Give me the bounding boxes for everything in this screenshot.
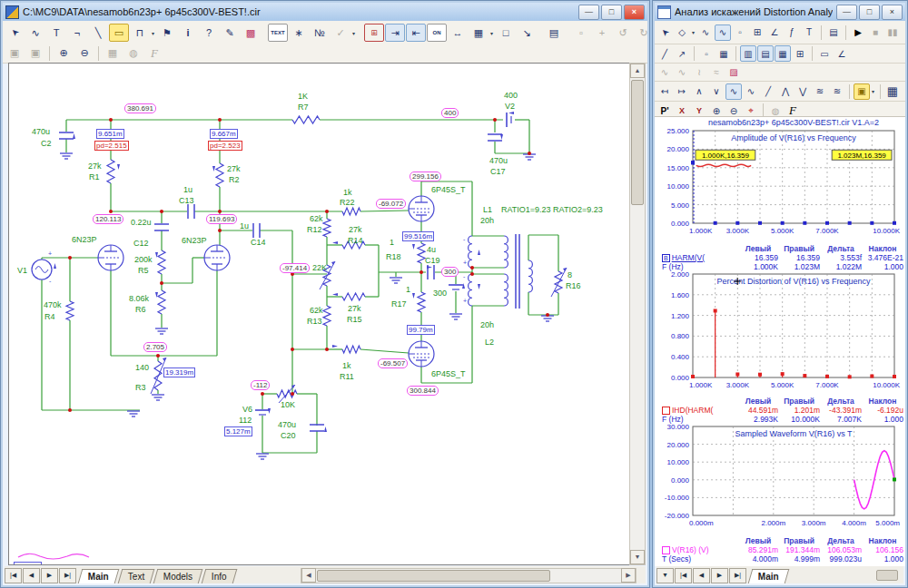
power-display-toggle-icon[interactable]: ⇤	[406, 24, 426, 42]
dropdown-arrow-icon[interactable]: ▾	[692, 29, 695, 35]
zoom-in-button-icon[interactable]: ⊕	[54, 44, 74, 63]
copy-back-button-icon[interactable]: ▣	[25, 44, 45, 63]
check-dropdown-icon[interactable]: ✓▾	[331, 24, 350, 42]
stop-button-icon[interactable]: ■	[867, 24, 883, 41]
smooth-tool-icon[interactable]: ≈	[708, 64, 725, 81]
wave-cursor-button-icon[interactable]: ∿	[725, 83, 742, 100]
graphics-dropdown-icon[interactable]: ◇▾	[674, 24, 690, 41]
help-mode-tool-icon[interactable]: ?	[199, 24, 219, 42]
zoom-out-button-icon[interactable]: ⊖	[74, 44, 94, 63]
tab-scroll-last-icon[interactable]: ▶|	[729, 568, 746, 583]
data-edit-tool-icon[interactable]: ▨	[725, 64, 742, 81]
valley-cursor-button-icon[interactable]: ∨	[708, 83, 725, 100]
valley-label-tool-icon[interactable]: ∿	[674, 64, 690, 81]
schematic-titlebar[interactable]: C:\MC9\DATA\nesamob6n23p+ 6p45c300V-BEST…	[3, 3, 647, 22]
cursor-right-button-icon[interactable]: ↦	[674, 83, 690, 100]
wave-source-tool-icon[interactable]: ∿	[25, 24, 45, 42]
current-display-toggle-icon[interactable]: ⊞	[364, 24, 384, 42]
slope-cursor-button-icon[interactable]: ╱	[760, 83, 776, 100]
numeric-output-button-icon[interactable]: ▦	[884, 83, 901, 100]
color-tool-icon[interactable]: ▩	[241, 24, 261, 42]
schematic-tab-models[interactable]: Models	[153, 569, 203, 583]
tab-scroll-prev-icon[interactable]: ◀	[23, 568, 40, 583]
rotate-ccw-button-icon[interactable]: ↺	[613, 24, 633, 42]
peak-label-tool-icon[interactable]: ∿	[656, 64, 673, 81]
schematic-hscrollbar[interactable]: ◀ ▶	[301, 568, 637, 583]
font-button-icon[interactable]: F	[144, 44, 164, 63]
line-tool-icon[interactable]: ╱	[656, 45, 673, 62]
slope-tool-icon[interactable]: ∠	[766, 24, 783, 41]
scroll-up-icon[interactable]: ▲	[630, 64, 645, 78]
info-tool-icon[interactable]: i	[178, 24, 198, 42]
select-tool-icon[interactable]: ➤	[1, 19, 28, 46]
close-button[interactable]: ×	[882, 5, 903, 20]
cursor-left-button-icon[interactable]: ↤	[656, 83, 673, 100]
hscroll-thumb[interactable]	[317, 570, 550, 582]
pause-button-icon[interactable]: ▮▮	[884, 24, 901, 41]
tab-scroll-prev-icon[interactable]: ◀	[693, 568, 710, 583]
rotate-cw-button-icon[interactable]: ↻	[634, 24, 654, 42]
tab-scroll-first-icon[interactable]: |◀	[5, 568, 22, 583]
restore-button[interactable]: □	[859, 5, 880, 20]
plot-2[interactable]: 0.0000.4000.8001.2001.6002.0001.000K3.00…	[655, 271, 905, 393]
schematic-tab-info[interactable]: Info	[202, 569, 237, 583]
minimize-button[interactable]: —	[578, 5, 599, 20]
grid-dropdown-icon[interactable]: ▦▾	[469, 24, 489, 42]
panel-horizontal-toggle-icon[interactable]: ▤	[757, 45, 774, 62]
pin-connect-toggle-icon[interactable]: ↔	[448, 24, 468, 42]
scroll-down-icon[interactable]: ▼	[630, 550, 645, 564]
go-to-performance-dropdown-icon[interactable]: ▣▾	[854, 83, 870, 100]
zoom-select-tool-icon[interactable]: ▫	[732, 24, 748, 41]
plot-group-1[interactable]: nesamob6n23p+ 6p45c300V-BEST!.cir V1.A=2…	[655, 117, 905, 271]
model-editor-tool-icon[interactable]: ✎	[220, 24, 240, 42]
vscroll-thumb[interactable]	[631, 80, 644, 205]
tab-scroll-next-icon[interactable]: ▶	[41, 568, 58, 583]
scroll-left-icon[interactable]: ◀	[301, 568, 316, 583]
condition-display-toggle-icon[interactable]: ON	[427, 24, 447, 42]
dropdown-arrow-icon[interactable]: ▾	[152, 30, 154, 36]
axes-tool-icon[interactable]: ⊞	[749, 24, 765, 41]
digital-part-dropdown-icon[interactable]: ⊓▾	[130, 24, 150, 42]
plot-1[interactable]: 0.0005.00010.00015.00020.00025.0001.000K…	[655, 128, 905, 240]
region-select-tool-icon[interactable]: ▫	[571, 24, 591, 42]
trough-cursor-button-icon[interactable]: ∿	[743, 83, 759, 100]
close-button[interactable]: ×	[624, 5, 645, 20]
data-grid-toggle-icon[interactable]: ▦	[716, 45, 732, 62]
browser-button-icon[interactable]: ◍	[123, 44, 143, 63]
panel-vertical-toggle-icon[interactable]: ▥	[740, 45, 756, 62]
plot-group-3[interactable]: -20.000-10.0000.00010.00020.00030.0000.0…	[655, 424, 905, 564]
tab-scroll-last-icon[interactable]: ▶|	[59, 568, 76, 583]
dropdown-arrow-icon[interactable]: ▾	[352, 30, 355, 36]
scroll-right-icon[interactable]: ▶	[621, 568, 636, 583]
low-cursor-button-icon[interactable]: ⋁	[794, 83, 811, 100]
schematic-canvas[interactable]: 470uC227kR127kR21KR7400V2470uC171uC130.2…	[8, 63, 631, 565]
tab-scroll-next-icon[interactable]: ▶	[711, 568, 728, 583]
wire-mode-tool-icon[interactable]: ¬	[67, 24, 87, 42]
minimize-button[interactable]: —	[836, 5, 857, 20]
panel-quad-toggle-icon[interactable]: ⊞	[792, 45, 808, 62]
node-numbers-toggle-icon[interactable]: №	[310, 24, 330, 42]
voltage-display-toggle-icon[interactable]: ⇥	[385, 24, 405, 42]
copy-front-button-icon[interactable]: ▣	[5, 44, 25, 63]
plot-3[interactable]: -20.000-10.0000.00010.00020.00030.0000.0…	[655, 424, 905, 533]
select-tool-icon[interactable]: ➤	[653, 21, 676, 44]
analysis-titlebar[interactable]: Анализ искажений Distortion Analysis — □…	[655, 3, 905, 22]
track-mode-tool-icon[interactable]: ∿	[715, 24, 731, 41]
text-tool-icon[interactable]: T	[801, 24, 817, 41]
box-button-icon[interactable]: ▦	[103, 44, 123, 63]
schematic-tab-main[interactable]: Main	[78, 569, 119, 583]
schematic-vscrollbar[interactable]: ▲ ▼	[629, 63, 646, 565]
analysis-plots[interactable]: nesamob6n23p+ 6p45c300V-BEST!.cir V1.A=2…	[655, 116, 905, 566]
properties-button-icon[interactable]: ▤	[825, 24, 842, 41]
line-tool-icon[interactable]: ╲	[88, 24, 108, 42]
restore-button[interactable]: □	[601, 5, 622, 20]
peak-cursor-button-icon[interactable]: ∧	[691, 83, 707, 100]
point-label-tool-icon[interactable]: ≀	[691, 64, 707, 81]
single-panel-toggle-icon[interactable]: ▭	[816, 45, 833, 62]
fx-tool-icon[interactable]: ƒ	[784, 24, 800, 41]
panel-both-toggle-icon[interactable]: ▦	[775, 45, 791, 62]
high-cursor-button-icon[interactable]: ⋀	[777, 83, 794, 100]
tab-scroll-first-icon[interactable]: |◀	[675, 568, 692, 583]
border-toggle-icon[interactable]: □	[496, 24, 516, 42]
move-tool-icon[interactable]: +	[592, 24, 612, 42]
